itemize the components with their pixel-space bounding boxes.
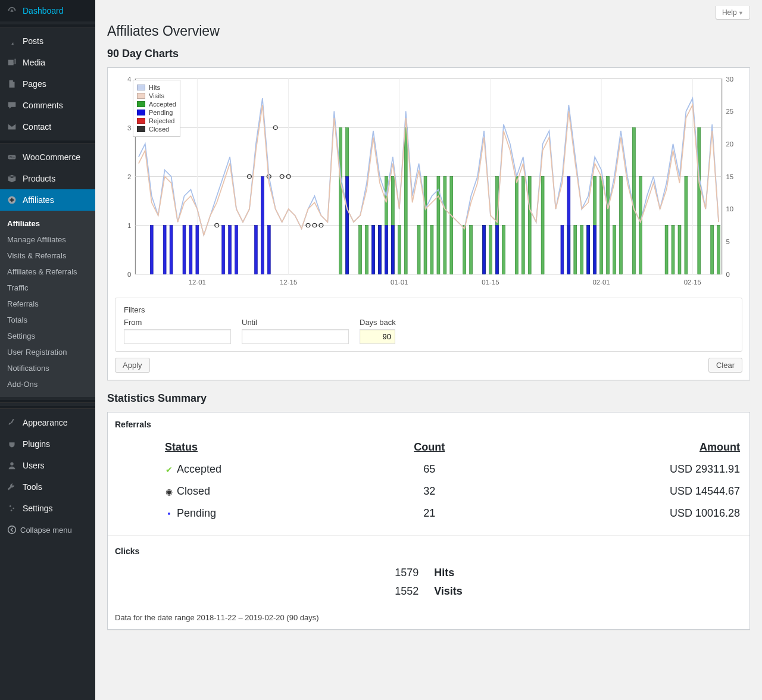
svg-rect-70: [607, 176, 610, 274]
from-input[interactable]: [124, 329, 231, 344]
closed-icon: ◉: [165, 487, 173, 496]
svg-point-4: [10, 505, 11, 507]
svg-rect-74: [639, 176, 642, 274]
referral-amount: USD 10016.28: [489, 502, 742, 524]
sidebar-sub-settings[interactable]: Settings: [0, 328, 95, 344]
referrals-title: Referrals: [115, 420, 742, 429]
sidebar-item-appearance[interactable]: Appearance: [0, 412, 95, 433]
user-icon: [6, 460, 18, 471]
sidebar-sub-traffic[interactable]: Traffic: [0, 280, 95, 296]
sidebar-item-pages[interactable]: Pages: [0, 73, 95, 95]
sidebar-item-tools[interactable]: Tools: [0, 476, 95, 498]
sidebar-sub-referrals[interactable]: Referrals: [0, 296, 95, 312]
sidebar-sub-affiliates[interactable]: Affiliates: [0, 215, 95, 232]
svg-text:02-15: 02-15: [684, 279, 701, 286]
clicks-title: Clicks: [115, 546, 742, 556]
main-content: Help Affiliates Overview 90 Day Charts H…: [95, 0, 762, 700]
svg-rect-82: [150, 226, 153, 274]
svg-text:20: 20: [726, 140, 734, 148]
sidebar-item-plugins[interactable]: Plugins: [0, 433, 95, 455]
svg-rect-55: [470, 226, 473, 274]
svg-rect-101: [561, 226, 564, 274]
sidebar-item-contact[interactable]: Contact: [0, 116, 95, 138]
svg-rect-104: [594, 226, 597, 274]
sidebar-item-users[interactable]: Users: [0, 455, 95, 476]
woo-icon: Woo: [6, 151, 18, 163]
legend-label: Visits: [149, 92, 164, 99]
svg-text:2: 2: [127, 173, 131, 180]
svg-rect-69: [600, 176, 603, 274]
referral-amount: USD 29311.91: [489, 458, 742, 480]
pending-icon: •: [165, 509, 173, 518]
svg-rect-93: [267, 226, 270, 274]
date-range-note: Data for the date range 2018-11-22 – 201…: [115, 613, 742, 622]
legend-label: Accepted: [149, 101, 176, 108]
clicks-table: 1579Hits1552Visits: [386, 563, 471, 601]
sidebar-item-dashboard[interactable]: Dashboard: [0, 0, 95, 21]
svg-rect-77: [678, 226, 681, 274]
svg-rect-76: [672, 226, 674, 274]
svg-rect-91: [254, 226, 257, 274]
sidebar-item-label: Appearance: [23, 418, 68, 427]
svg-rect-98: [391, 226, 394, 274]
sidebar-item-media[interactable]: Media: [0, 52, 95, 73]
sidebar-sub-visits-referrals[interactable]: Visits & Referrals: [0, 248, 95, 264]
svg-rect-80: [711, 226, 714, 274]
svg-rect-78: [685, 176, 688, 274]
referral-amount: USD 14544.67: [489, 480, 742, 502]
sidebar-item-label: Affiliates: [23, 195, 54, 205]
sidebar-item-comments[interactable]: Comments: [0, 95, 95, 116]
referral-status: Closed: [177, 485, 210, 497]
svg-text:5: 5: [726, 239, 730, 246]
sidebar-sub-notifications[interactable]: Notifications: [0, 360, 95, 376]
sidebar-item-label: WooCommerce: [23, 152, 80, 162]
referral-status: Accepted: [177, 463, 221, 475]
sidebar-item-label: Pages: [23, 79, 46, 89]
sidebar-sub-affiliates-referrals[interactable]: Affiliates & Referrals: [0, 264, 95, 280]
clicks-value: 1552: [388, 583, 426, 600]
sidebar-item-label: Users: [23, 461, 45, 470]
page-icon: [6, 78, 18, 90]
svg-text:1: 1: [127, 222, 131, 229]
gauge-icon: [6, 5, 18, 17]
svg-rect-85: [183, 226, 186, 274]
sidebar-sub-totals[interactable]: Totals: [0, 312, 95, 328]
sidebar-item-woocommerce[interactable]: WooWooCommerce: [0, 146, 95, 168]
sidebar-item-affiliates[interactable]: Affiliates: [0, 189, 95, 211]
sidebar-item-posts[interactable]: Posts: [0, 30, 95, 52]
help-button[interactable]: Help: [716, 6, 750, 20]
svg-rect-81: [717, 226, 720, 274]
page-title: Affiliates Overview: [107, 23, 750, 39]
svg-text:01-15: 01-15: [482, 279, 499, 286]
svg-rect-102: [567, 176, 570, 274]
days-back-input[interactable]: [360, 329, 395, 344]
sidebar-sub-manage-affiliates[interactable]: Manage Affiliates: [0, 232, 95, 248]
collapse-label: Collapse menu: [20, 526, 72, 535]
sidebar-item-label: Posts: [23, 36, 43, 46]
clear-button[interactable]: Clear: [708, 358, 742, 373]
box-icon: [6, 173, 18, 185]
charts-section-title: 90 Day Charts: [107, 48, 750, 60]
sidebar-item-label: Media: [23, 58, 45, 67]
sidebar-sub-add-ons[interactable]: Add-Ons: [0, 376, 95, 392]
svg-rect-46: [398, 226, 401, 274]
admin-sidebar: DashboardPostsMediaPagesCommentsContactW…: [0, 0, 95, 700]
until-input[interactable]: [242, 329, 349, 344]
apply-button[interactable]: Apply: [115, 358, 150, 373]
svg-text:4: 4: [127, 76, 131, 83]
svg-rect-84: [170, 226, 173, 274]
referral-status: Pending: [177, 507, 216, 519]
sidebar-item-settings[interactable]: Settings: [0, 498, 95, 519]
legend-label: Pending: [149, 109, 173, 116]
svg-text:15: 15: [726, 173, 734, 180]
svg-rect-47: [404, 127, 407, 274]
summary-panel: Referrals Status Count Amount ✔Accepted6…: [107, 412, 750, 630]
sidebar-item-products[interactable]: Products: [0, 168, 95, 189]
days-label: Days back: [360, 318, 396, 327]
svg-text:3: 3: [127, 124, 131, 132]
legend-item: Closed: [137, 126, 176, 133]
collapse-menu-button[interactable]: Collapse menu: [0, 519, 95, 540]
svg-rect-89: [229, 226, 232, 274]
referrals-table: Status Count Amount ✔Accepted65USD 29311…: [163, 436, 742, 524]
sidebar-sub-user-registration[interactable]: User Registration: [0, 344, 95, 360]
